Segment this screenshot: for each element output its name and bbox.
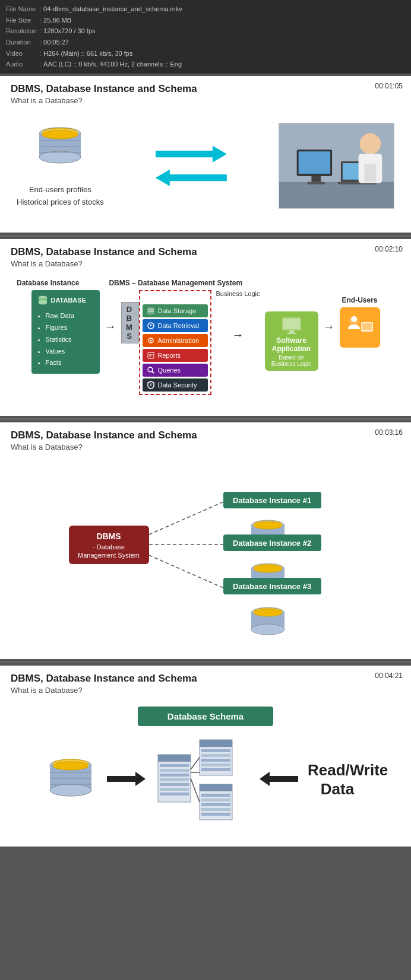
- slide2-timestamp: 00:02:10: [375, 245, 403, 253]
- svg-rect-106: [201, 794, 230, 797]
- arrow-to-software: →: [232, 328, 244, 342]
- svg-rect-98: [200, 740, 232, 747]
- svg-rect-40: [283, 319, 300, 329]
- software-col: Software Application Based on Business L…: [265, 290, 318, 371]
- resolution-label: Resolution: [6, 26, 39, 37]
- dbms-vertical-label: D B M S: [121, 302, 139, 343]
- db-item-rawdata: Raw Data: [46, 310, 94, 322]
- module-admin: Administration: [143, 334, 208, 347]
- slide1-arrows: [156, 146, 227, 186]
- svg-point-80: [50, 784, 91, 796]
- svg-rect-89: [158, 755, 191, 762]
- slide2-title: DBMS, Database Instance and Schema: [11, 246, 400, 258]
- database-icon-large: [33, 123, 87, 178]
- svg-line-51: [149, 502, 223, 534]
- slide1-diagram: End-users profiles Historical prices of …: [11, 111, 400, 215]
- svg-rect-108: [201, 803, 230, 806]
- svg-rect-96: [160, 793, 189, 796]
- svg-rect-103: [201, 768, 230, 771]
- db-item-values: Values: [46, 346, 94, 358]
- svg-rect-94: [160, 783, 189, 786]
- svg-rect-101: [201, 759, 230, 762]
- slide-2: 00:02:10 DBMS, Database Instance and Sch…: [0, 239, 411, 416]
- svg-rect-41: [289, 330, 294, 333]
- module-datastorage: Data Storage: [143, 304, 208, 317]
- svg-point-29: [150, 325, 151, 326]
- svg-point-83: [53, 762, 88, 770]
- rw-label: Read/WriteData: [308, 761, 367, 798]
- db-item-statistics: Statistics: [46, 334, 94, 346]
- filename-label: File Name: [6, 4, 39, 15]
- svg-text:Database Instance #1: Database Instance #1: [233, 496, 311, 505]
- svg-rect-102: [201, 763, 230, 766]
- arrow-left-blk: [260, 772, 298, 788]
- label-endusers: End-users profiles: [17, 184, 104, 196]
- svg-point-18: [360, 133, 381, 155]
- svg-rect-105: [200, 784, 232, 791]
- svg-rect-109: [201, 808, 230, 811]
- person-photo: [279, 123, 394, 209]
- svg-line-36: [152, 371, 154, 373]
- svg-rect-10: [279, 182, 394, 209]
- svg-rect-107: [201, 798, 230, 801]
- slide4-middle: Read/WriteData: [44, 737, 367, 823]
- svg-rect-24: [147, 307, 154, 314]
- svg-point-38: [150, 383, 151, 384]
- svg-rect-14: [308, 182, 325, 184]
- svg-rect-20: [365, 164, 377, 182]
- svg-text:DBMS: DBMS: [96, 532, 121, 541]
- svg-point-61: [254, 522, 282, 529]
- svg-rect-42: [287, 333, 296, 334]
- svg-point-5: [42, 131, 78, 139]
- arrow-left-icon: [156, 170, 227, 186]
- svg-line-111: [191, 758, 200, 769]
- svg-rect-90: [160, 764, 189, 767]
- end-users-label: End-Users: [342, 296, 377, 304]
- slide1-subtitle: What is a Database?: [11, 96, 400, 105]
- svg-rect-13: [311, 176, 321, 182]
- software-subtitle: Based on Business Logic: [268, 354, 315, 367]
- filesize-value: 25.86 MB: [43, 15, 185, 26]
- slide4-diagram: Database Schema: [11, 701, 400, 829]
- slide2-diagram: DATABASE Raw Data Figures Statistics Val…: [11, 287, 400, 398]
- slide3-title: DBMS, Database Instance and Schema: [11, 429, 400, 441]
- db-instance-top-label: Database Instance: [17, 279, 79, 287]
- video-label: Video: [6, 48, 39, 59]
- filesize-label: File Size: [6, 15, 39, 26]
- slide-3: 00:03:16 DBMS, Database Instance and Sch…: [0, 422, 411, 659]
- svg-point-23: [39, 301, 47, 304]
- arrow-to-dbms: →: [105, 320, 116, 333]
- db-item-facts: Facts: [46, 357, 94, 369]
- duration-label: Duration: [6, 37, 39, 48]
- software-application-box: Software Application Based on Business L…: [265, 311, 318, 371]
- svg-rect-110: [201, 813, 230, 816]
- slide4-subtitle: What is a Database?: [11, 686, 400, 695]
- duration-value: 00:05:27: [43, 37, 185, 48]
- svg-point-44: [351, 316, 357, 322]
- database-box: DATABASE Raw Data Figures Statistics Val…: [31, 290, 100, 374]
- svg-point-31: [150, 340, 151, 342]
- svg-rect-93: [160, 778, 189, 781]
- end-users-icon: [340, 307, 380, 348]
- svg-point-35: [148, 367, 153, 372]
- slide1-db-section: End-users profiles Historical prices of …: [17, 123, 104, 209]
- slide4-db-icon: [44, 752, 97, 807]
- svg-text:Database Instance #2: Database Instance #2: [233, 539, 311, 548]
- db-item-figures: Figures: [46, 322, 94, 334]
- svg-line-112: [191, 778, 200, 802]
- slide4-title: DBMS, Database Instance and Schema: [11, 673, 400, 685]
- db-header-text: DATABASE: [51, 297, 86, 304]
- svg-point-74: [251, 624, 284, 635]
- video-value: H264 (Main) :: 661 kb/s, 30 fps: [43, 48, 185, 59]
- svg-line-53: [149, 555, 223, 588]
- business-logic-label: Business Logic: [216, 290, 260, 297]
- svg-point-77: [254, 609, 282, 616]
- audio-value: AAC (LC) :: 0 kb/s, 44100 Hz, 2 channels…: [43, 59, 185, 70]
- svg-rect-99: [201, 749, 230, 752]
- slide3-timestamp: 00:03:16: [375, 428, 403, 437]
- file-info-panel: File Name : 04-dbms_database_instance_an…: [0, 0, 411, 74]
- svg-rect-100: [201, 754, 230, 757]
- slide4-timestamp: 00:04:21: [375, 672, 403, 680]
- db-items-list: Raw Data Figures Statistics Values Facts: [37, 310, 94, 369]
- svg-rect-46: [362, 323, 372, 330]
